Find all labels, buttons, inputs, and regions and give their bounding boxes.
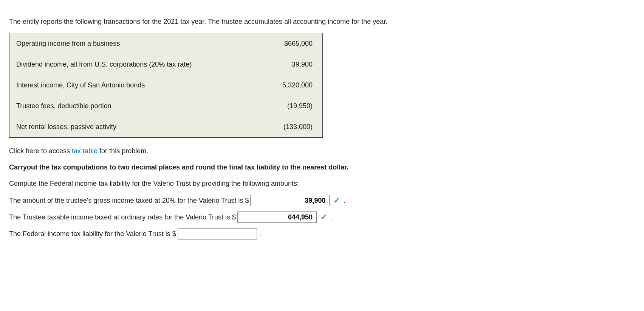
check-icon: ✓ [333, 196, 340, 205]
table-row: Trustee fees, deductible portion (19,950… [9, 96, 323, 117]
row-amount: 5,320,000 [260, 75, 322, 96]
row-amount: (133,000) [260, 117, 322, 138]
answer-2-input[interactable] [237, 211, 317, 223]
row-label: Interest income, City of San Antonio bon… [9, 75, 260, 96]
question-3-text: The Federal income tax liability for the… [9, 229, 176, 239]
instruction-text: Carryout the tax computations to two dec… [9, 162, 635, 173]
answer-1-input[interactable] [250, 195, 330, 206]
link-post-text: for this problem. [98, 147, 148, 155]
tax-table-link[interactable]: tax table [72, 147, 98, 155]
answer-3-input[interactable] [178, 228, 257, 239]
answer-row-3: The Federal income tax liability for the… [9, 228, 635, 239]
table-row: Net rental losses, passive activity (133… [9, 117, 323, 138]
answer-row-2: The Trustee taxable income taxed at ordi… [9, 211, 635, 223]
row-amount: 39,900 [260, 54, 322, 75]
period: . [259, 229, 261, 239]
period: . [343, 196, 345, 206]
table-row: Interest income, City of San Antonio bon… [9, 75, 323, 96]
period: . [330, 212, 332, 222]
table-row: Operating income from a business $665,00… [9, 33, 323, 54]
row-amount: $665,000 [260, 33, 322, 54]
link-paragraph: Click here to access tax table for this … [9, 146, 635, 156]
row-label: Operating income from a business [9, 33, 260, 54]
transactions-table: Operating income from a business $665,00… [9, 33, 323, 138]
question-1-text: The amount of the trustee's gross income… [9, 196, 249, 206]
answer-row-1: The amount of the trustee's gross income… [9, 195, 635, 206]
row-amount: (19,950) [260, 96, 322, 117]
check-icon: ✓ [320, 213, 327, 221]
row-label: Trustee fees, deductible portion [9, 96, 260, 117]
table-row: Dividend income, all from U.S. corporati… [9, 54, 323, 75]
question-2-text: The Trustee taxable income taxed at ordi… [9, 212, 236, 222]
row-label: Net rental losses, passive activity [9, 117, 260, 138]
link-pre-text: Click here to access [9, 147, 72, 155]
compute-text: Compute the Federal income tax liability… [9, 179, 635, 189]
row-label: Dividend income, all from U.S. corporati… [9, 54, 260, 75]
intro-text: The entity reports the following transac… [9, 17, 635, 27]
